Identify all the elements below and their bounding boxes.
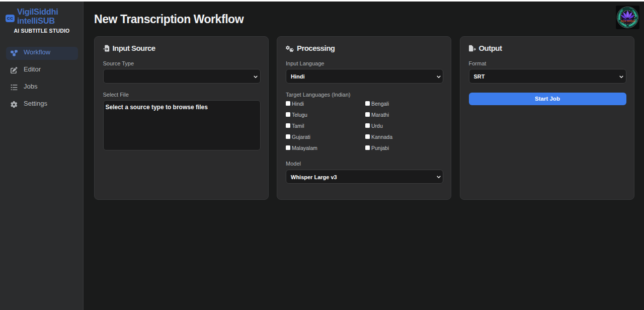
svg-text:VIGILSIDDHI: VIGILSIDDHI: [620, 20, 635, 23]
